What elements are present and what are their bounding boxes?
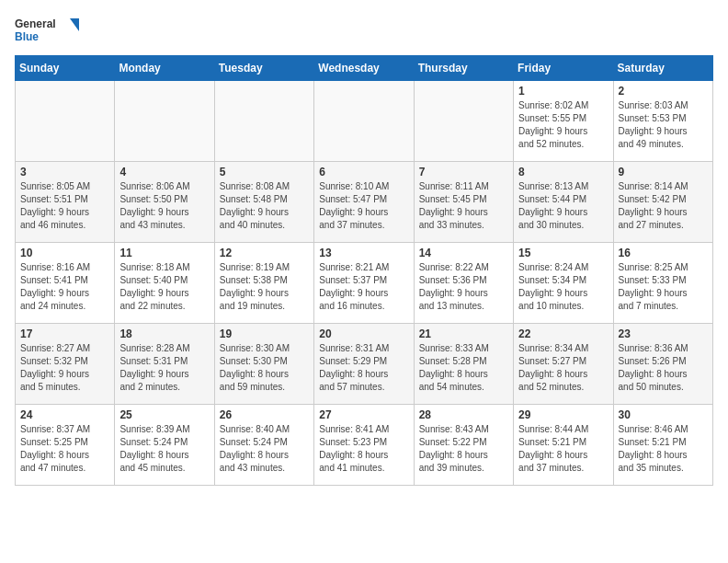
calendar-cell: 14Sunrise: 8:22 AM Sunset: 5:36 PM Dayli… <box>414 243 513 324</box>
calendar-cell: 28Sunrise: 8:43 AM Sunset: 5:22 PM Dayli… <box>414 405 513 486</box>
calendar-cell: 20Sunrise: 8:31 AM Sunset: 5:29 PM Dayli… <box>314 324 414 405</box>
calendar-cell <box>314 81 414 162</box>
day-number: 15 <box>518 247 608 259</box>
day-info: Sunrise: 8:43 AM Sunset: 5:22 PM Dayligh… <box>419 423 508 475</box>
day-number: 9 <box>619 166 708 178</box>
calendar-cell <box>16 81 115 162</box>
calendar-cell: 10Sunrise: 8:16 AM Sunset: 5:41 PM Dayli… <box>16 243 115 324</box>
day-info: Sunrise: 8:11 AM Sunset: 5:45 PM Dayligh… <box>419 180 508 232</box>
day-number: 1 <box>518 85 608 98</box>
day-info: Sunrise: 8:41 AM Sunset: 5:23 PM Dayligh… <box>319 423 408 475</box>
calendar-cell: 15Sunrise: 8:24 AM Sunset: 5:34 PM Dayli… <box>514 243 613 324</box>
day-number: 16 <box>619 247 708 259</box>
calendar-cell <box>115 81 214 162</box>
weekday-header-wednesday: Wednesday <box>314 56 414 81</box>
day-number: 6 <box>319 166 408 178</box>
calendar-cell <box>214 81 313 162</box>
day-info: Sunrise: 8:44 AM Sunset: 5:21 PM Dayligh… <box>518 423 608 475</box>
day-number: 17 <box>20 327 109 340</box>
svg-marker-2 <box>70 18 79 31</box>
day-number: 30 <box>619 408 708 421</box>
calendar-cell: 18Sunrise: 8:28 AM Sunset: 5:31 PM Dayli… <box>115 324 214 405</box>
day-number: 29 <box>518 408 608 421</box>
calendar-cell: 23Sunrise: 8:36 AM Sunset: 5:26 PM Dayli… <box>613 324 712 405</box>
day-number: 7 <box>419 166 508 178</box>
calendar-cell: 7Sunrise: 8:11 AM Sunset: 5:45 PM Daylig… <box>414 162 513 243</box>
logo-svg: General Blue <box>15 15 79 48</box>
day-info: Sunrise: 8:02 AM Sunset: 5:55 PM Dayligh… <box>518 99 608 151</box>
week-row-3: 10Sunrise: 8:16 AM Sunset: 5:41 PM Dayli… <box>16 243 713 324</box>
day-info: Sunrise: 8:28 AM Sunset: 5:31 PM Dayligh… <box>119 342 209 394</box>
calendar-cell: 12Sunrise: 8:19 AM Sunset: 5:38 PM Dayli… <box>214 243 313 324</box>
day-number: 24 <box>20 408 109 421</box>
day-number: 28 <box>419 408 508 421</box>
calendar-cell: 27Sunrise: 8:41 AM Sunset: 5:23 PM Dayli… <box>314 405 414 486</box>
day-number: 26 <box>220 408 309 421</box>
day-info: Sunrise: 8:33 AM Sunset: 5:28 PM Dayligh… <box>419 342 508 394</box>
weekday-header-monday: Monday <box>115 56 214 81</box>
calendar-cell: 4Sunrise: 8:06 AM Sunset: 5:50 PM Daylig… <box>115 162 214 243</box>
day-info: Sunrise: 8:46 AM Sunset: 5:21 PM Dayligh… <box>619 423 708 475</box>
day-number: 22 <box>518 327 608 340</box>
day-number: 21 <box>419 327 508 340</box>
calendar-cell: 13Sunrise: 8:21 AM Sunset: 5:37 PM Dayli… <box>314 243 414 324</box>
weekday-header-friday: Friday <box>514 56 613 81</box>
day-number: 27 <box>319 408 408 421</box>
week-row-1: 1Sunrise: 8:02 AM Sunset: 5:55 PM Daylig… <box>16 81 713 162</box>
day-number: 2 <box>619 85 708 98</box>
day-info: Sunrise: 8:22 AM Sunset: 5:36 PM Dayligh… <box>419 261 508 313</box>
calendar-cell: 5Sunrise: 8:08 AM Sunset: 5:48 PM Daylig… <box>214 162 313 243</box>
logo: General Blue <box>15 15 79 48</box>
day-number: 18 <box>119 327 209 340</box>
day-info: Sunrise: 8:25 AM Sunset: 5:33 PM Dayligh… <box>619 261 708 313</box>
day-info: Sunrise: 8:21 AM Sunset: 5:37 PM Dayligh… <box>319 261 408 313</box>
day-info: Sunrise: 8:16 AM Sunset: 5:41 PM Dayligh… <box>20 261 109 313</box>
day-info: Sunrise: 8:08 AM Sunset: 5:48 PM Dayligh… <box>220 180 309 232</box>
weekday-header-thursday: Thursday <box>414 56 513 81</box>
calendar-cell: 11Sunrise: 8:18 AM Sunset: 5:40 PM Dayli… <box>115 243 214 324</box>
svg-text:Blue: Blue <box>15 30 39 43</box>
day-info: Sunrise: 8:27 AM Sunset: 5:32 PM Dayligh… <box>20 342 109 394</box>
day-number: 5 <box>220 166 309 178</box>
day-info: Sunrise: 8:19 AM Sunset: 5:38 PM Dayligh… <box>220 261 309 313</box>
weekday-header-tuesday: Tuesday <box>214 56 313 81</box>
day-info: Sunrise: 8:39 AM Sunset: 5:24 PM Dayligh… <box>119 423 209 475</box>
calendar-cell: 21Sunrise: 8:33 AM Sunset: 5:28 PM Dayli… <box>414 324 513 405</box>
svg-text:General: General <box>15 17 56 30</box>
day-number: 12 <box>220 247 309 259</box>
day-number: 11 <box>119 247 209 259</box>
day-number: 10 <box>20 247 109 259</box>
week-row-2: 3Sunrise: 8:05 AM Sunset: 5:51 PM Daylig… <box>16 162 713 243</box>
calendar-cell: 25Sunrise: 8:39 AM Sunset: 5:24 PM Dayli… <box>115 405 214 486</box>
day-number: 20 <box>319 327 408 340</box>
day-number: 23 <box>619 327 708 340</box>
calendar-cell: 24Sunrise: 8:37 AM Sunset: 5:25 PM Dayli… <box>16 405 115 486</box>
day-info: Sunrise: 8:03 AM Sunset: 5:53 PM Dayligh… <box>619 99 708 151</box>
calendar-cell: 22Sunrise: 8:34 AM Sunset: 5:27 PM Dayli… <box>514 324 613 405</box>
calendar-cell: 8Sunrise: 8:13 AM Sunset: 5:44 PM Daylig… <box>514 162 613 243</box>
weekday-header-sunday: Sunday <box>16 56 115 81</box>
calendar-cell: 2Sunrise: 8:03 AM Sunset: 5:53 PM Daylig… <box>613 81 712 162</box>
day-info: Sunrise: 8:06 AM Sunset: 5:50 PM Dayligh… <box>119 180 209 232</box>
calendar-cell: 3Sunrise: 8:05 AM Sunset: 5:51 PM Daylig… <box>16 162 115 243</box>
day-info: Sunrise: 8:10 AM Sunset: 5:47 PM Dayligh… <box>319 180 408 232</box>
week-row-4: 17Sunrise: 8:27 AM Sunset: 5:32 PM Dayli… <box>16 324 713 405</box>
header-row: SundayMondayTuesdayWednesdayThursdayFrid… <box>16 56 713 81</box>
calendar-cell: 16Sunrise: 8:25 AM Sunset: 5:33 PM Dayli… <box>613 243 712 324</box>
day-info: Sunrise: 8:37 AM Sunset: 5:25 PM Dayligh… <box>20 423 109 475</box>
calendar-cell: 1Sunrise: 8:02 AM Sunset: 5:55 PM Daylig… <box>514 81 613 162</box>
calendar-cell: 30Sunrise: 8:46 AM Sunset: 5:21 PM Dayli… <box>613 405 712 486</box>
calendar-cell: 19Sunrise: 8:30 AM Sunset: 5:30 PM Dayli… <box>214 324 313 405</box>
day-number: 19 <box>220 327 309 340</box>
day-number: 3 <box>20 166 109 178</box>
day-info: Sunrise: 8:18 AM Sunset: 5:40 PM Dayligh… <box>119 261 209 313</box>
calendar-cell: 26Sunrise: 8:40 AM Sunset: 5:24 PM Dayli… <box>214 405 313 486</box>
day-info: Sunrise: 8:05 AM Sunset: 5:51 PM Dayligh… <box>20 180 109 232</box>
week-row-5: 24Sunrise: 8:37 AM Sunset: 5:25 PM Dayli… <box>16 405 713 486</box>
day-number: 25 <box>119 408 209 421</box>
header: General Blue <box>15 15 713 48</box>
day-number: 14 <box>419 247 508 259</box>
calendar-cell: 29Sunrise: 8:44 AM Sunset: 5:21 PM Dayli… <box>514 405 613 486</box>
day-info: Sunrise: 8:13 AM Sunset: 5:44 PM Dayligh… <box>518 180 608 232</box>
calendar-cell: 9Sunrise: 8:14 AM Sunset: 5:42 PM Daylig… <box>613 162 712 243</box>
